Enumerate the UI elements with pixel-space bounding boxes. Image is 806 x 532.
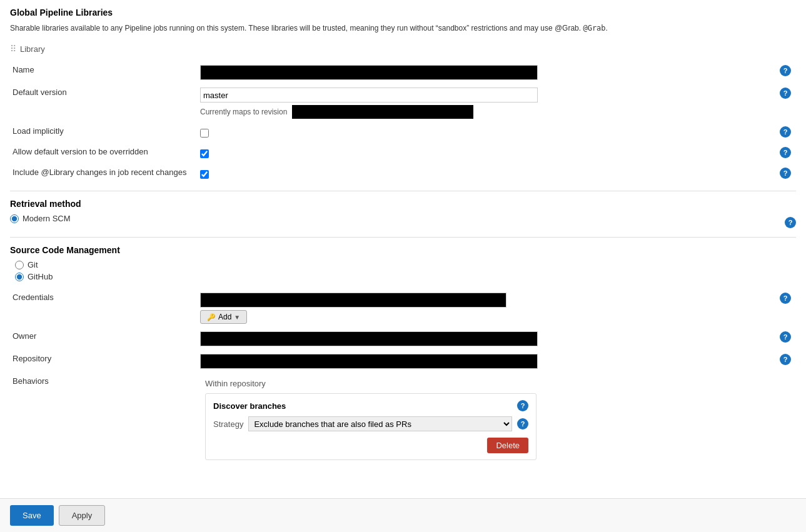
default-version-label: Default version <box>10 84 198 123</box>
drag-handle-icon: ⠿ <box>10 44 16 54</box>
repository-help-cell: ? <box>777 350 796 373</box>
default-version-input[interactable] <box>200 88 538 103</box>
git-radio[interactable] <box>15 261 24 269</box>
maps-to-label: Currently maps to revision <box>200 108 287 116</box>
discover-branches-header: Discover branches ? <box>213 400 528 411</box>
name-row: Name ? <box>10 61 796 84</box>
divider-1 <box>10 191 796 191</box>
owner-input[interactable] <box>200 331 538 346</box>
git-item: Git <box>15 260 796 269</box>
strategy-row: Strategy Exclude branches that are also … <box>213 416 528 431</box>
owner-help-icon[interactable]: ? <box>780 331 791 343</box>
load-implicitly-input-cell <box>198 123 777 143</box>
load-implicitly-row: Load implicitly ? <box>10 123 796 143</box>
load-implicitly-help-icon[interactable]: ? <box>780 126 791 138</box>
allow-override-row: Allow default version to be overridden ? <box>10 143 796 164</box>
load-implicitly-label: Load implicitly <box>10 123 198 143</box>
name-input[interactable] <box>200 65 538 80</box>
delete-button[interactable]: Delete <box>487 438 528 453</box>
discover-branches-box: Discover branches ? Strategy Exclude bra… <box>205 393 536 460</box>
credentials-help-icon[interactable]: ? <box>780 293 791 304</box>
credentials-input-cell: 🔑 Add ▼ <box>198 289 777 328</box>
load-implicitly-checkbox[interactable] <box>200 129 209 138</box>
repository-select[interactable] <box>200 354 538 369</box>
scm-section: Git GitHub <box>10 260 796 281</box>
credentials-label: Credentials <box>10 289 198 328</box>
behaviors-section: Within repository Discover branches ? St… <box>200 379 775 460</box>
owner-label: Owner <box>10 328 198 350</box>
owner-input-cell <box>198 328 777 350</box>
allow-override-input-cell <box>198 143 777 164</box>
default-version-row: Default version Currently maps to revisi… <box>10 84 796 123</box>
default-version-help-cell: ? <box>777 84 796 123</box>
modern-scm-item: Modern SCM <box>10 214 71 223</box>
behaviors-row: Behaviors Within repository Discover bra… <box>10 373 796 464</box>
repository-label: Repository <box>10 350 198 373</box>
name-help-cell: ? <box>777 61 796 84</box>
default-version-help-icon[interactable]: ? <box>780 88 791 99</box>
repository-help-icon[interactable]: ? <box>780 354 791 365</box>
strategy-label: Strategy <box>213 419 243 429</box>
github-item: GitHub <box>15 272 796 281</box>
discover-branches-help-icon[interactable]: ? <box>517 400 528 411</box>
github-radio[interactable] <box>15 273 24 281</box>
include-changes-help-icon[interactable]: ? <box>780 168 791 179</box>
add-credentials-button[interactable]: 🔑 Add ▼ <box>200 310 247 324</box>
credentials-select[interactable] <box>200 293 506 308</box>
maps-to-value <box>292 105 473 119</box>
owner-row: Owner ? <box>10 328 796 350</box>
include-changes-row: Include @Library changes in job recent c… <box>10 164 796 184</box>
git-label: Git <box>28 260 38 269</box>
allow-override-help-icon[interactable]: ? <box>780 147 791 158</box>
repository-row: Repository ? <box>10 350 796 373</box>
apply-button[interactable]: Apply <box>59 505 106 526</box>
add-label: Add <box>218 313 231 321</box>
credentials-help-cell: ? <box>777 289 796 328</box>
include-changes-checkbox[interactable] <box>200 170 209 179</box>
discover-branches-title: Discover branches <box>213 401 286 411</box>
modern-scm-label: Modern SCM <box>23 214 71 223</box>
strategy-help-icon[interactable]: ? <box>517 418 528 429</box>
owner-help-cell: ? <box>777 328 796 350</box>
modern-scm-radio[interactable] <box>10 214 19 223</box>
credentials-row: Credentials 🔑 Add ▼ ? <box>10 289 796 328</box>
behaviors-help-cell <box>777 373 796 464</box>
default-version-input-cell: Currently maps to revision <box>198 84 777 123</box>
grab-code: @Grab <box>583 24 605 33</box>
behaviors-input-cell: Within repository Discover branches ? St… <box>198 373 777 464</box>
library-header: ⠿ Library <box>10 44 796 54</box>
scm-title: Source Code Management <box>10 245 796 255</box>
key-icon: 🔑 <box>207 313 216 321</box>
divider-2 <box>10 237 796 238</box>
repository-input-cell <box>198 350 777 373</box>
retrieval-row: Modern SCM ? <box>10 214 796 231</box>
include-changes-label: Include @Library changes in job recent c… <box>10 164 198 184</box>
load-implicitly-help-cell: ? <box>777 123 796 143</box>
add-dropdown-arrow: ▼ <box>234 314 240 321</box>
retrieval-help-icon[interactable]: ? <box>785 217 796 228</box>
include-changes-help-cell: ? <box>777 164 796 184</box>
strategy-select[interactable]: Exclude branches that are also filed as … <box>248 416 512 431</box>
include-changes-input-cell <box>198 164 777 184</box>
retrieval-radio-group: Modern SCM <box>10 214 71 223</box>
save-button[interactable]: Save <box>10 505 54 526</box>
name-input-cell <box>198 61 777 84</box>
scm-radio-group: Git GitHub <box>15 260 796 281</box>
behaviors-label: Behaviors <box>10 373 198 464</box>
allow-override-label: Allow default version to be overridden <box>10 143 198 164</box>
within-repo-label: Within repository <box>205 379 775 388</box>
allow-override-help-cell: ? <box>777 143 796 164</box>
add-credentials-row: 🔑 Add ▼ <box>200 310 775 324</box>
footer-bar: Save Apply <box>0 498 806 532</box>
page-description: Sharable libraries available to any Pipe… <box>10 23 796 34</box>
maps-to-row: Currently maps to revision <box>200 105 775 119</box>
name-label: Name <box>10 61 198 84</box>
allow-override-checkbox[interactable] <box>200 149 209 158</box>
library-label: Library <box>20 44 45 54</box>
name-help-icon[interactable]: ? <box>780 65 791 76</box>
retrieval-title: Retrieval method <box>10 199 796 209</box>
page-title: Global Pipeline Libraries <box>10 8 796 18</box>
github-label: GitHub <box>28 272 53 281</box>
